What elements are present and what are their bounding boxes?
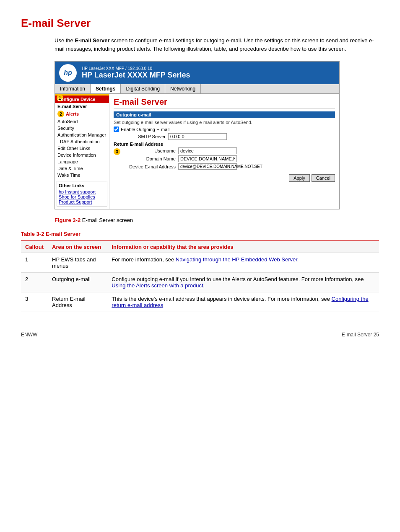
info-1-after: . [297, 256, 299, 263]
link-hp-instant-support[interactable]: hp Instant support [59, 189, 105, 194]
ews-content-title: E-mail Server [114, 97, 335, 109]
figure-caption: Figure 3-2 E-mail Server screen [55, 217, 379, 223]
callout-3-badge: 3 [114, 148, 120, 155]
info-2-plain: Configure outgoing e-mail if you intend … [112, 276, 364, 282]
device-email-row: Device E-mail Address device@DEVICE.DOMA… [124, 163, 237, 170]
sidebar-security[interactable]: Security [55, 125, 109, 132]
enable-outgoing-checkbox-row: Enable Outgoing E-mail [114, 127, 335, 132]
return-email-fields: Username Domain Name Device E-mail Addre… [124, 147, 237, 171]
data-table: Callout Area on the screen Information o… [21, 240, 379, 312]
sidebar-autosend[interactable]: AutoSend [55, 118, 109, 125]
smtp-input[interactable] [168, 133, 227, 140]
area-3: Return E-mail Address [48, 292, 107, 312]
device-email-value: device@DEVICE.DOMAIN.NAME.NOT.SET [178, 163, 237, 170]
hp-logo: hp [59, 64, 77, 82]
sidebar-date-time[interactable]: Date & Time [55, 165, 109, 172]
ews-device-url: HP LaserJet XXX MFP / 192.168.0.10 [82, 66, 190, 71]
footer-left: ENWW [21, 332, 37, 338]
smtp-label: SMTP Server [114, 134, 168, 139]
col-info: Information or capability that the area … [107, 241, 379, 253]
ews-header: hp HP LaserJet XXX MFP / 192.168.0.10 HP… [55, 62, 339, 84]
link-product-support[interactable]: Product Support [59, 199, 105, 204]
table-row: 1 HP EWS tabs and menus For more informa… [21, 253, 379, 273]
domain-input[interactable] [178, 155, 237, 162]
area-2: Outgoing e-mail [48, 273, 107, 292]
ews-buttons: Apply Cancel [114, 174, 335, 182]
link-shop-supplies[interactable]: Shop for Supplies [59, 194, 105, 199]
sidebar-auth-manager[interactable]: Authentication Manager [55, 132, 109, 138]
col-callout: Callout [21, 241, 48, 253]
sidebar-ldap[interactable]: LDAP Authentication [55, 138, 109, 145]
ews-tabs: Information Settings Digital Sending Net… [55, 84, 339, 94]
sidebar-language[interactable]: Language [55, 158, 109, 165]
table-caption: Table 3-2 E-mail Server [21, 231, 379, 237]
info-1: For more information, see Navigating thr… [107, 253, 379, 273]
info-3: This is the device's e-mail address that… [107, 292, 379, 312]
sidebar-edit-other-links[interactable]: Edit Other Links [55, 145, 109, 152]
apply-button[interactable]: Apply [289, 174, 310, 182]
col-area: Area on the screen [48, 241, 107, 253]
section-bar-label: Outgoing e-mail [116, 112, 151, 117]
link-alerts-screen[interactable]: Using the Alerts screen with a product [112, 282, 203, 289]
ews-header-text: HP LaserJet XXX MFP / 192.168.0.10 HP La… [82, 66, 190, 80]
domain-name-row: Domain Name [124, 155, 237, 162]
info-2-after: . [203, 282, 205, 289]
sidebar-device-info[interactable]: Device Information [55, 152, 109, 158]
smtp-server-row: SMTP Server [114, 133, 335, 140]
ews-main-content: E-mail Server Outgoing e-mail Set outgoi… [109, 94, 339, 209]
sidebar-alerts[interactable]: 2Alerts [55, 110, 109, 118]
intro-text: Use the E-mail Server screen to configur… [55, 36, 379, 53]
sidebar-email-server[interactable]: E-mail Server [55, 103, 109, 110]
tab-digital-sending[interactable]: Digital Sending [121, 84, 165, 93]
callout-3: 3 [21, 292, 48, 312]
return-email-header: Return E-mail Address [114, 142, 335, 147]
intro-before: Use the [55, 37, 75, 44]
sidebar-configure-device[interactable]: Configure Device [55, 96, 109, 103]
other-links-box: Other Links hp Instant support Shop for … [57, 181, 107, 207]
enable-outgoing-checkbox[interactable] [114, 127, 119, 132]
tab-networking[interactable]: Networking [165, 84, 201, 93]
link-navigating[interactable]: Navigating through the HP Embedded Web S… [176, 256, 297, 263]
callout-2-badge: 2 [57, 111, 64, 117]
username-input[interactable] [178, 147, 237, 154]
ews-body: 1 Configure Device E-mail Server 2Alerts… [55, 94, 339, 209]
device-email-label: Device E-mail Address [124, 164, 178, 169]
username-row: Username [124, 147, 237, 154]
ews-field-desc: Set outgoing e-mail server values if usi… [114, 120, 335, 125]
domain-label: Domain Name [124, 156, 178, 161]
callout-1: 1 [21, 253, 48, 273]
footer-right: E-mail Server 25 [342, 332, 379, 338]
intro-bold: E-mail Server [75, 37, 109, 44]
username-label: Username [124, 148, 178, 153]
cancel-button[interactable]: Cancel [312, 174, 335, 182]
tab-information[interactable]: Information [55, 84, 91, 93]
hp-logo-text: hp [64, 69, 72, 77]
table-row: 3 Return E-mail Address This is the devi… [21, 292, 379, 312]
table-header-row: Callout Area on the screen Information o… [21, 241, 379, 253]
ews-sidebar: 1 Configure Device E-mail Server 2Alerts… [55, 94, 109, 209]
figure-text: E-mail Server screen [81, 217, 133, 223]
figure-label: Figure 3-2 [55, 217, 81, 223]
sidebar-wake-time[interactable]: Wake Time [55, 172, 109, 178]
enable-outgoing-label: Enable Outgoing E-mail [121, 127, 169, 132]
ews-section-bar: Outgoing e-mail [114, 111, 335, 118]
ews-device-name: HP LaserJet XXXX MFP Series [82, 71, 190, 80]
info-2: Configure outgoing e-mail if you intend … [107, 273, 379, 292]
page-footer: ENWW E-mail Server 25 [21, 329, 379, 338]
table-row: 2 Outgoing e-mail Configure outgoing e-m… [21, 273, 379, 292]
callout-2: 2 [21, 273, 48, 292]
other-links-title: Other Links [59, 183, 105, 188]
tab-settings[interactable]: Settings [91, 84, 121, 93]
page-title: E-mail Server [21, 17, 379, 30]
ews-screenshot: hp HP LaserJet XXX MFP / 192.168.0.10 HP… [55, 61, 340, 209]
info-3-plain: This is the device's e-mail address that… [112, 296, 331, 302]
info-1-plain: For more information, see [112, 256, 175, 263]
area-1: HP EWS tabs and menus [48, 253, 107, 273]
